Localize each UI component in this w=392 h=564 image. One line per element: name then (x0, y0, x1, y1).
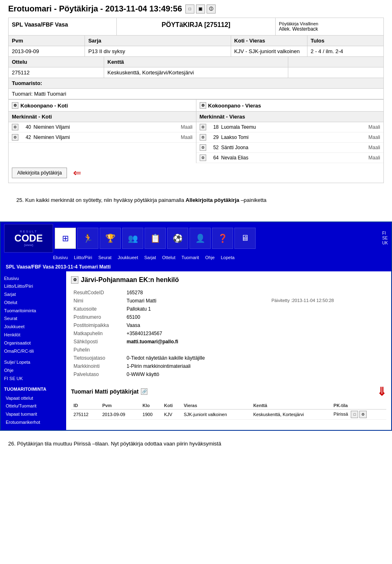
field-value: 0-WWW käyttö (124, 370, 269, 378)
content-gear-icon[interactable]: ⚙ (71, 276, 78, 284)
sidebar-item[interactable]: Sulje/ Lopeta (4, 358, 63, 367)
table-row: Katuosoite Pallokatu 1 (71, 305, 386, 313)
kokoonpano-container: ⚙ Kokoonpano - Koti Merkinnät - Koti ⚙ 4… (9, 99, 383, 163)
page-title: Erotuomari - Pöytäkirja - 2013-11-04 13:… (8, 4, 384, 13)
icon-btn-3[interactable]: ⓘ (207, 4, 216, 13)
nav-menu-item-seurat[interactable]: Seurat (98, 255, 111, 260)
sidebar-sub-item[interactable]: Erotuomarikerhot (4, 419, 63, 427)
gear-icon[interactable]: ⚙ (200, 144, 206, 151)
nav-icon-8[interactable]: 🖥 (234, 228, 256, 249)
pk-pvm: 2013-09-09 (100, 409, 140, 419)
gear-icon-koti[interactable]: ⚙ (12, 102, 18, 109)
nav-icon-7[interactable]: ❓ (212, 228, 233, 249)
sidebar-item[interactable]: Ottelut (4, 299, 63, 307)
lang-btn-fi[interactable]: FI (382, 231, 388, 235)
nav-menu-item-joukkueet[interactable]: Joukkueet (118, 255, 138, 260)
field-value: 165278 (124, 289, 269, 297)
sidebar-divider (4, 355, 63, 358)
nav-menu-item-ohje[interactable]: Ohje (205, 255, 214, 260)
content-area: ⚙ Järvi-Pohjanmaan EK:n henkilö ResultCo… (66, 271, 391, 430)
field-value: +358401234567 (124, 329, 269, 338)
field-value (124, 346, 269, 354)
list-item: ⚙ 42 Nieminen Viljami Maali (9, 132, 196, 143)
field-label: Katuosoite (71, 305, 124, 313)
table-row: Postitoimipaikka Vaasa (71, 321, 386, 329)
field-label: Markkinointi (71, 362, 124, 370)
sidebar-sub-item[interactable]: Ottelu/Tuomarit (4, 402, 63, 410)
field-label: Sähköposti (71, 338, 124, 346)
gear-icon[interactable]: ⚙ (200, 154, 206, 161)
nav-menu-item-sarjat[interactable]: Sarjat (144, 255, 156, 260)
nav-menu-item-etusivu[interactable]: Etusivu (53, 255, 68, 260)
sidebar-item[interactable]: Sarjat (4, 291, 63, 299)
content-title: ⚙ Järvi-Pohjanmaan EK:n henkilö (71, 276, 386, 284)
pk-link-icon[interactable]: 🔗 (141, 388, 147, 395)
sidebar-item[interactable]: Liitto/Liitto/Piiri (4, 282, 63, 291)
proto-header-row1: Pvm Sarja Koti - Vieras Tulos (9, 36, 383, 46)
icon-btn-1[interactable]: □ (185, 4, 194, 13)
navbar: RESULT CODE {www} ⊞🏃🏆👥📋⚽👤❓🖥 FISEUK (1, 222, 391, 254)
pk-vieras: SJK-juniorit valkoinen (181, 409, 251, 419)
sidebar-sub-item[interactable]: Vapaat tuomarit (4, 410, 63, 419)
nav-icon-0[interactable]: ⊞ (55, 228, 76, 249)
sidebar-item[interactable]: Henkilöt (4, 331, 63, 339)
kokoonpano-koti: ⚙ Kokoonpano - Koti Merkinnät - Koti ⚙ 4… (9, 100, 196, 163)
gear-icon[interactable]: ⚙ (12, 124, 18, 130)
table-row: ResultCodeID 165278 (71, 289, 386, 297)
field-label: Puhelin (71, 346, 124, 354)
pd-sarja: P13 II div syksy (85, 46, 231, 56)
main-area: EtusivuLiitto/Liitto/PiiriSarjatOttelutT… (1, 271, 391, 430)
pk-tila-icon2[interactable]: ⚙ (359, 411, 367, 418)
lang-btn-se[interactable]: SE (382, 236, 388, 240)
blue-header-bar: SPL Vaasa/FBF Vasa 2013-11-4 Tuomari Mat… (1, 262, 391, 271)
lang-btn-uk[interactable]: UK (382, 241, 388, 245)
pk-tila-icon1[interactable]: □ (351, 411, 358, 418)
sidebar-item[interactable]: OmaRC/RC-tili (4, 347, 63, 356)
pk-section-title: Tuomari Matti pöytäkirjat 🔗 ⇓ (71, 385, 386, 398)
nav-icon-4[interactable]: 📋 (145, 228, 166, 249)
nav-icon-3[interactable]: 👥 (122, 228, 143, 249)
instruction-26: 26. Pöytäkirjan tila muuttuu Piirissä –t… (0, 435, 392, 453)
updated-text: Päivitetty :2013-11-04 12:50:28 (269, 297, 386, 305)
sidebar-sub-item[interactable]: Vapaat ottelut (4, 394, 63, 403)
vieras-goals-list: ⚙ 18 Luomala Teemu Maali ⚙ 29 Laakso Tom… (196, 122, 384, 163)
nav-icon-5[interactable]: ⚽ (167, 228, 188, 249)
nav-icon-1[interactable]: 🏃 (77, 228, 98, 249)
sidebar-item[interactable]: Joukkueet (4, 323, 63, 331)
koti-goals-list: ⚙ 40 Nieminen Viljami Maali ⚙ 42 Niemine… (9, 122, 196, 143)
sidebar-item[interactable]: Organisaatiot (4, 339, 63, 347)
kokoonpano-vieras-header: ⚙ Kokoonpano - Vieras (196, 100, 384, 112)
nav-icon-6[interactable]: 👤 (189, 228, 211, 249)
nav-menu-item-lopeta[interactable]: Lopeta (221, 255, 235, 260)
nav-menu-item-ottelut[interactable]: Ottelut (162, 255, 175, 260)
sidebar-item[interactable]: Etusivu (4, 275, 63, 283)
gear-icon[interactable]: ⚙ (200, 134, 206, 141)
field-value: matti.tuomari@pallo.fi (124, 338, 269, 346)
nav-icon-2[interactable]: 🏆 (100, 228, 121, 249)
nav-menu-item-tuomarit[interactable]: Tuomarit (181, 255, 199, 260)
sidebar-item[interactable]: FI SE UK (4, 375, 63, 383)
sidebar-item[interactable]: Ohje (4, 367, 63, 375)
nav-menu-items: EtusivuLiitto/PiiriSeuratJoukkueetSarjat… (53, 254, 234, 261)
sign-button[interactable]: Allekirjoita pöytäkirja (12, 168, 67, 178)
ph-koti: Koti - Vieras (231, 36, 307, 46)
merkinnät-vieras-header: Merkinnät - Vieras (196, 112, 384, 122)
ph-kentta: Kenttä (104, 57, 288, 67)
pk-tila-arrow: ⇓ (377, 385, 386, 398)
pk-kentta: Keskuskenttä, Kortesjärvi (251, 409, 331, 419)
sidebar-item[interactable]: Seurat (4, 315, 63, 323)
table-row: Tietosuojataso 0-Tiedot näytetään kaikil… (71, 354, 386, 362)
pk-tila: Piirissä □ ⚙ (331, 409, 386, 419)
protocol-title: PÖYTäKIRJA [275112] (117, 18, 276, 35)
pk-tila-text: Piirissä (334, 412, 348, 416)
sidebar-item[interactable]: Tuomaritoiminta (4, 307, 63, 315)
gear-icon[interactable]: ⚙ (12, 134, 18, 141)
tuomaristo-label: Tuomaristo: (9, 78, 383, 89)
nav-menu-item-liitto/piiri[interactable]: Liitto/Piiri (74, 255, 92, 260)
kokoonpano-vieras: ⚙ Kokoonpano - Vieras Merkinnät - Vieras… (196, 100, 384, 163)
gear-icon[interactable]: ⚙ (200, 124, 206, 130)
ph-sarja: Sarja (85, 36, 231, 46)
icon-btn-2[interactable]: ▣ (196, 4, 205, 13)
gear-icon-vieras[interactable]: ⚙ (200, 102, 206, 109)
field-value: 1-Piirin markkinointimateriaali (124, 362, 269, 370)
